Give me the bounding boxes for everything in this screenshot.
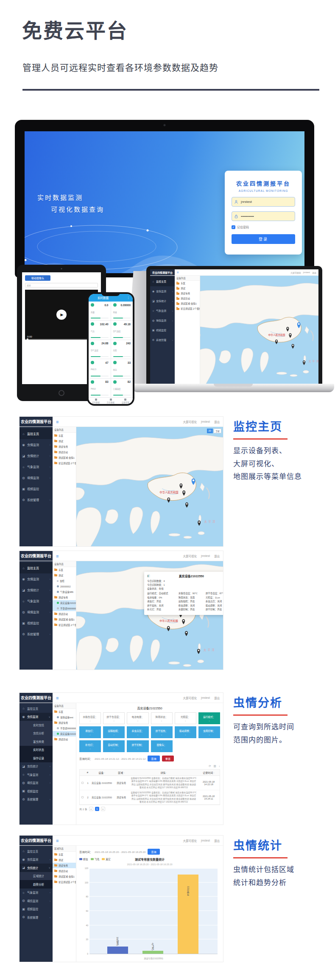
username-field[interactable] xyxy=(232,197,295,207)
search-button[interactable]: 查询 xyxy=(148,849,159,855)
sensor-card[interactable]: 24.68 空气温度 xyxy=(89,340,111,359)
device-item[interactable]: 测试区域-虫情1 xyxy=(53,617,76,622)
table-header-cell[interactable]: 设备 ↕ xyxy=(91,771,113,775)
sidebar-item[interactable]: 系统管理 › xyxy=(20,795,53,804)
sidebar-item[interactable]: 虫情监测 › xyxy=(20,573,53,584)
reset-button[interactable]: 重置 xyxy=(162,756,174,761)
sidebar-item[interactable]: 虫情监测 › xyxy=(150,286,175,296)
sidebar-item[interactable]: 墒情监测 › xyxy=(20,897,53,905)
sort-icon[interactable]: ↕ xyxy=(123,772,124,774)
sidebar-item[interactable]: 墒情监测 › xyxy=(20,472,53,483)
region-item[interactable]: 测试 xyxy=(53,857,76,863)
device-item[interactable]: 真实设备21022550 xyxy=(53,600,76,606)
phone-nav-tab[interactable]: 实时数据 xyxy=(89,398,103,404)
table-row[interactable]: 2 真实设备 21022550 测试专用 设备编号为21022550 设备状态：… xyxy=(80,790,220,805)
pager-next[interactable]: » xyxy=(101,807,105,811)
sidebar-item[interactable]: 系统管理 › xyxy=(20,628,53,639)
sidebar-item[interactable]: 视频监控 xyxy=(20,787,53,795)
topbar-link[interactable]: 退出 xyxy=(312,271,316,274)
device-item[interactable]: 测试 xyxy=(53,438,76,444)
sidebar-item[interactable]: 墒情监测 › xyxy=(150,316,175,325)
region-item[interactable]: 测试专用 xyxy=(53,863,76,868)
sidebar-item[interactable]: 系统管理 › xyxy=(150,335,175,345)
map-layer-button[interactable]: 2D xyxy=(207,429,213,433)
sidebar-item[interactable]: 虫情监测 › xyxy=(20,439,53,450)
org-menu-icon[interactable]: ≡ xyxy=(56,838,59,843)
device-item[interactable]: 测试区域-虫情1 xyxy=(53,455,76,460)
query-date-range[interactable]: 2021-05-18 14:21:12 - 2021-05-18 14:21:1… xyxy=(95,757,145,760)
download-icon[interactable]: ↓ xyxy=(219,764,220,768)
sensor-card[interactable]: 47 PM2.5 xyxy=(89,359,111,378)
device-item[interactable]: 东区 xyxy=(53,433,76,438)
topbar-link[interactable]: 大屏可视化 xyxy=(183,839,197,843)
device-item[interactable]: 20000002 xyxy=(53,584,76,589)
device-item[interactable]: 真实设备21022550 xyxy=(53,731,76,736)
sidebar-item[interactable]: 虫情统计 › xyxy=(20,450,53,461)
sidebar-item[interactable]: 视频监控 xyxy=(20,483,53,494)
sidebar-item[interactable]: 气象监测 › xyxy=(20,595,53,606)
password-input[interactable] xyxy=(240,214,292,219)
control-card[interactable]: 远程拍照： - xyxy=(103,726,125,738)
control-card[interactable]: 补光灯： - xyxy=(79,740,101,752)
tablet-camera-button[interactable]: 联动摄像头 xyxy=(25,275,50,281)
device-item[interactable]: 测试农动 xyxy=(53,449,76,455)
device-item[interactable]: 测试农动 xyxy=(53,611,76,617)
device-item[interactable]: 测试专用 xyxy=(53,595,76,600)
topbar-link[interactable]: 退出 xyxy=(214,420,220,424)
org-menu-icon[interactable]: ≡ xyxy=(56,419,59,424)
topbar-link[interactable]: 大屏可视化 xyxy=(183,696,197,700)
sort-icon[interactable]: ↕ xyxy=(166,772,167,774)
control-card[interactable]: 摄像头： - xyxy=(151,740,173,752)
sidebar-item[interactable]: 墒情监测 › xyxy=(20,606,53,617)
sidebar-item[interactable]: 操作记录 xyxy=(20,754,53,762)
sidebar-item[interactable]: 气象监测 › xyxy=(20,889,53,897)
device-item[interactable]: 东区 xyxy=(175,281,200,286)
sidebar-item[interactable]: 监控主页 xyxy=(20,428,53,439)
device-item[interactable]: 虫情设备test xyxy=(53,714,76,720)
sidebar-item[interactable]: 害虫种类 xyxy=(20,737,53,746)
control-card[interactable]: 杀虫高压： - xyxy=(127,726,148,738)
topbar-link[interactable]: 大屏可视化 xyxy=(183,554,197,558)
phone-nav-tab[interactable]: 设备管理 xyxy=(118,398,133,404)
sensor-card[interactable]: 33 风向 xyxy=(111,359,133,378)
device-item[interactable]: 星云测试区-2个摄像头 xyxy=(53,622,76,628)
region-item[interactable]: 测试农动 xyxy=(53,868,76,874)
sensor-card[interactable]: 102.40 气压 xyxy=(89,321,111,339)
map-layer-button[interactable]: 卫星 xyxy=(214,429,221,433)
topbar-link[interactable]: 退出 xyxy=(214,696,220,700)
control-card[interactable]: 振动调整： - xyxy=(175,726,196,738)
region-item[interactable]: 东区 xyxy=(53,852,76,857)
control-card[interactable]: 烘干控制： - xyxy=(127,740,148,752)
topbar-link[interactable]: 大屏可视化 xyxy=(183,420,197,424)
map[interactable] xyxy=(200,276,318,384)
phone-nav-tab[interactable]: 历史数据 xyxy=(103,398,118,404)
legend-item[interactable]: 飞虱 xyxy=(91,857,100,861)
device-item[interactable]: 测试农动 xyxy=(175,296,200,301)
topbar-link[interactable]: jnrstest xyxy=(201,554,210,557)
sidebar-item[interactable]: 虫情统计 › xyxy=(20,762,53,771)
tablet-home-button[interactable] xyxy=(59,390,64,396)
device-item[interactable]: 不靠谱99999999 xyxy=(53,725,76,731)
table-header-cell[interactable]: 区域 ↕ xyxy=(113,771,130,775)
query-date-range[interactable]: 2021-05-18 16:25:20 - 2021-05-18 16:25:2… xyxy=(95,850,145,853)
region-item[interactable]: 星云测试区-2个摄像头 xyxy=(53,879,76,885)
org-menu-icon[interactable]: ≡ xyxy=(56,554,59,559)
sidebar-item[interactable]: 趋势分析 xyxy=(20,880,53,889)
sidebar-item[interactable]: 气象监测 › xyxy=(20,770,53,779)
sidebar-item[interactable]: 监控主页 xyxy=(20,562,53,573)
sidebar-item[interactable]: 实时状态 xyxy=(20,746,53,754)
pager-page[interactable]: 1 xyxy=(95,807,99,811)
control-card[interactable]: 虫雨控制： - xyxy=(198,726,220,738)
sidebar-item[interactable]: 视频监控 xyxy=(20,905,53,914)
topbar-link[interactable]: jnrstest xyxy=(303,271,310,274)
play-icon[interactable]: ▶ xyxy=(56,310,67,320)
sensor-card[interactable]: 243 光照 xyxy=(111,340,133,359)
device-item[interactable]: 测试专用 xyxy=(175,291,200,296)
sidebar-item[interactable]: 监控主页 xyxy=(20,847,53,855)
table-header-cell[interactable]: 详情 ↕ xyxy=(130,771,198,775)
table-header-cell[interactable]: 记录时间 ↕ xyxy=(198,771,220,775)
row-checkbox[interactable] xyxy=(81,796,84,798)
chart-bar[interactable] xyxy=(142,951,163,954)
sidebar-item[interactable]: 虫情监测 › xyxy=(20,855,53,864)
refresh-icon[interactable]: ⟳ xyxy=(209,764,211,768)
